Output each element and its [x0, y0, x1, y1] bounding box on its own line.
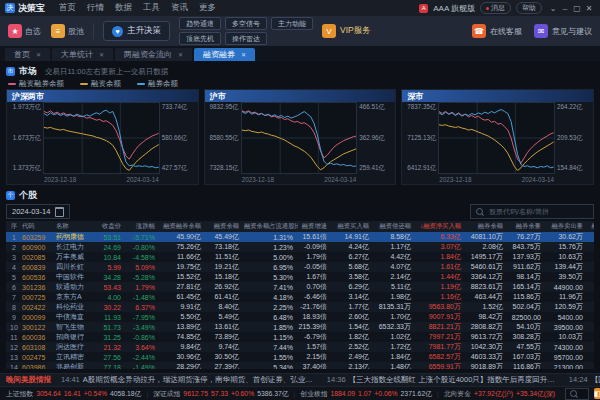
table-row-600900[interactable]: 2600900长江电力24.69-0.80%75.26亿73.18亿1.23%-…: [6, 242, 594, 252]
help-button[interactable]: 帮助: [516, 2, 542, 14]
cell-code: 002475: [20, 354, 54, 361]
pill-操作雷达[interactable]: 操作雷达: [225, 32, 267, 45]
table-row-002085[interactable]: 3002085万丰奥威10.84-4.58%11.66亿11.51亿5.00%1…: [6, 252, 594, 262]
statusbar-search-input[interactable]: [580, 389, 584, 398]
column-header-融资余额占流通股比[interactable]: 融资余额占流通股比: [244, 222, 298, 231]
column-header-融券偿还量[interactable]: 融券偿还量: [588, 222, 594, 231]
table-row-600036[interactable]: 11600036招商银行31.25-0.86%74.85亿73.89亿1.15%…: [6, 332, 594, 342]
cell-rzye: 61.41亿: [206, 292, 244, 302]
column-header-融券卖出量[interactable]: 融券卖出量: [546, 222, 588, 231]
table-row-000099[interactable]: 9000099中信海直11.93-7.95%5.50亿5.49亿6.48%18.…: [6, 312, 594, 322]
pill-趋势通道[interactable]: 趋势通道: [179, 17, 221, 30]
maximize-button[interactable]: ▢: [571, 4, 583, 13]
menu-item-资讯[interactable]: 资讯: [171, 2, 188, 14]
table-row-603259[interactable]: 1603259药明康德53.51-5.71%45.90亿45.49亿1.31%1…: [6, 232, 594, 242]
menu-item-数据[interactable]: 数据: [115, 2, 132, 14]
pill-多空信号[interactable]: 多空信号: [225, 17, 267, 30]
tab-close-icon[interactable]: ✕: [36, 51, 41, 58]
table-row-603108[interactable]: 12603108润达医疗21.323.64%9.84亿9.74亿7.44%1.5…: [6, 342, 594, 352]
minimize-button[interactable]: –: [559, 4, 571, 13]
market-icon: 市: [6, 67, 15, 76]
table-row-300122[interactable]: 10300122智飞生物51.73-3.49%13.89亿13.61亿1.85%…: [6, 322, 594, 332]
news-item[interactable]: 14:24【国联证券：银行与美债期货下挫空间不大 具备高胜率配置价值…】: [569, 375, 600, 385]
y-axis-right: 466.51亿362.96亿259.41亿: [357, 102, 395, 174]
cell-rqye: 9018.89万: [466, 362, 508, 369]
y-axis-left: 1.973万亿1.673万亿1.373万亿: [7, 102, 43, 174]
table-row-603986[interactable]: 14603986兆易创新77.18-1.49%28.29亿27.39亿5.34%…: [6, 362, 594, 369]
news-time: 14:36: [327, 375, 346, 384]
messages-button[interactable]: 消息: [480, 2, 511, 14]
cell-code: 000725: [20, 294, 54, 301]
menu-item-更多[interactable]: 更多: [199, 2, 216, 14]
cell-rzrq: 9.91亿: [160, 302, 206, 312]
menu-item-首页[interactable]: 首页: [59, 2, 76, 14]
vip-service-button[interactable]: V VIP服务: [322, 24, 371, 38]
column-header-涨跌幅[interactable]: 涨跌幅: [126, 222, 160, 231]
cell-idx: 7: [6, 294, 20, 301]
statusbar-search-box[interactable]: [565, 388, 589, 400]
index-上证指数[interactable]: 上证指数3054.6416.41+0.54%4058.18亿: [6, 389, 141, 399]
button-意见与建议[interactable]: ✉意见与建议: [534, 24, 592, 38]
stocks-section-header: 个 个股: [6, 189, 594, 202]
tab-两融资金流向[interactable]: 两融资金流向✕: [115, 48, 192, 61]
y-axis-right: 733.74亿580.66亿427.57亿: [160, 102, 198, 174]
table-row-600839[interactable]: 4600839四川长虹5.995.09%19.75亿19.21亿6.95%-0.…: [6, 262, 594, 272]
cell-repay: 1.70亿: [374, 312, 416, 322]
dropdown-icon[interactable]: ⌄: [547, 4, 559, 13]
tab-融资融券[interactable]: 融资融券✕: [194, 48, 255, 61]
column-header-序[interactable]: 序: [6, 222, 20, 231]
quick-股池[interactable]: ≡股池: [51, 24, 84, 38]
menu-item-行情[interactable]: 行情: [87, 2, 104, 14]
date-picker[interactable]: 2024-03-14: [6, 204, 70, 219]
pill-顶底先机[interactable]: 顶底先机: [179, 32, 221, 45]
theme-icon[interactable]: ◧: [594, 388, 600, 399]
news-item[interactable]: 14:36【三大指数全线翻红 上涨个股近4000只】指数午后再度回升…: [327, 375, 555, 385]
table-row-002475[interactable]: 13002475立讯精密27.56-2.44%30.96亿30.50亿1.55%…: [6, 352, 594, 362]
pill-主力动能[interactable]: 主力动能: [271, 17, 313, 30]
cell-net: 9563.80万: [416, 302, 466, 312]
table-row-000725[interactable]: 7000725京东方A4.00-1.48%61.45亿61.41亿4.18%-6…: [6, 292, 594, 302]
account-name[interactable]: AAA 旗舰版: [433, 3, 475, 14]
column-header-融资买入额[interactable]: 融资买入额: [332, 222, 374, 231]
stock-search-input[interactable]: [487, 207, 588, 216]
quick-自选[interactable]: ★自选: [8, 24, 41, 38]
vip-gift-icon: V: [322, 24, 336, 38]
column-header-收盘价[interactable]: 收盘价: [96, 222, 126, 231]
column-header-名称[interactable]: 名称: [54, 222, 96, 231]
cell-rzye: 26.92亿: [206, 282, 244, 292]
menu-item-工具[interactable]: 工具: [143, 2, 160, 14]
cell-growth: 1.57倍: [298, 342, 332, 352]
column-header-融资融券余额[interactable]: 融资融券余额: [160, 222, 206, 231]
stock-search-box[interactable]: [470, 204, 594, 219]
index-创业板指[interactable]: 创业板指1884.091.07+0.06%2371.62亿: [300, 389, 432, 399]
chart-title: 沪深两市: [7, 90, 198, 102]
northbound-funds[interactable]: 北向资金+37.92亿(沪)+35.34亿(深): [444, 389, 555, 399]
index-深证成指[interactable]: 深证成指9612.7557.33+0.60%5386.37亿: [153, 389, 288, 399]
chart-plot[interactable]: [241, 102, 358, 174]
cell-rzrq: 5.50亿: [160, 312, 206, 322]
column-header-↓融资净买入额[interactable]: ↓融资净买入额: [416, 222, 466, 231]
news-item[interactable]: 14:41A股期货概念异动拉升，瑞达期货涨停，南华期货、首创证券、弘业…: [61, 375, 313, 385]
tab-大单统计[interactable]: 大单统计✕: [52, 48, 113, 61]
column-header-融资余额[interactable]: 融资余额: [206, 222, 244, 231]
tab-close-icon[interactable]: ✕: [241, 51, 246, 58]
table-row-600536[interactable]: 5600536中国软件34.28-5.28%15.52亿15.18亿5.30%1…: [6, 272, 594, 282]
column-header-融资偿还额[interactable]: 融资偿还额: [374, 222, 416, 231]
tab-close-icon[interactable]: ✕: [178, 51, 183, 58]
cell-idx: 11: [6, 334, 20, 341]
column-header-融券余量[interactable]: 融券余量: [508, 222, 546, 231]
column-header-融资增速[interactable]: 融资增速: [298, 222, 332, 231]
chart-plot[interactable]: [438, 102, 555, 174]
chart-plot[interactable]: [43, 102, 160, 174]
button-在线客服[interactable]: ☎在线客服: [472, 24, 522, 38]
main-strategy-button[interactable]: ♥ 主升决策: [103, 21, 170, 41]
x-tick-label: 2024-03-14: [324, 176, 356, 183]
tab-close-icon[interactable]: ✕: [99, 51, 104, 58]
table-row-002422[interactable]: 8002422科伦药业30.226.37%9.91亿8.40亿2.25%-21.…: [6, 302, 594, 312]
tab-首页[interactable]: 首页✕: [5, 48, 50, 61]
column-header-融券余额[interactable]: 融券余额: [466, 222, 508, 231]
close-button[interactable]: ✕: [583, 4, 595, 13]
table-row-301236[interactable]: 6301236软通动力53.431.79%27.81亿26.92亿7.41%0.…: [6, 282, 594, 292]
cell-net: 1.16亿: [416, 292, 466, 302]
column-header-代码[interactable]: 代码: [20, 222, 54, 231]
